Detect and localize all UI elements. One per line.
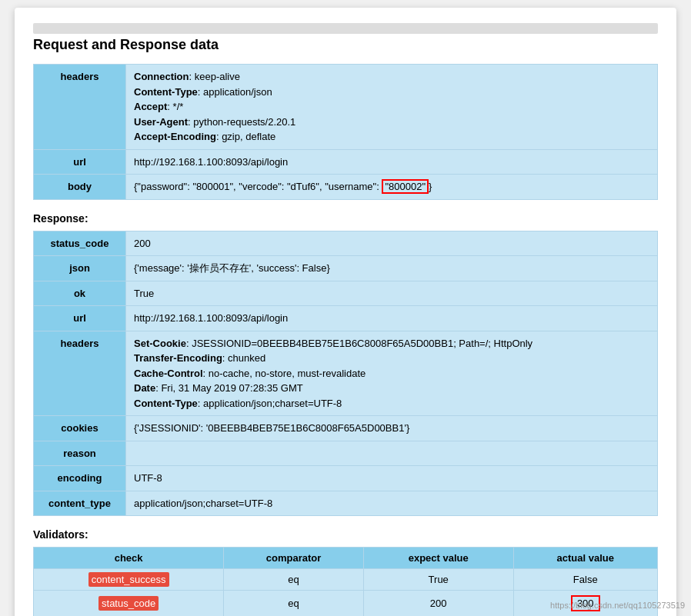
validator-actual-0: False xyxy=(513,569,658,591)
request-table: headers Connection: keep-alive Content-T… xyxy=(33,64,658,200)
cookies-label: cookies xyxy=(34,416,126,441)
col-check: check xyxy=(34,548,224,569)
reason-label: reason xyxy=(34,441,126,466)
set-cookie-key: Set-Cookie xyxy=(134,338,186,349)
validator-comparator-0: eq xyxy=(224,569,364,591)
body-pre: {"password": "800001", "vercode": "dTuf6… xyxy=(134,181,382,192)
response-json-row: json {'message': '操作员不存在', 'success': Fa… xyxy=(34,256,658,281)
body-label: body xyxy=(34,175,126,200)
connection-key: Connection xyxy=(134,71,189,82)
user-agent-key: User-Agent xyxy=(134,116,188,128)
fail-badge-0: content_success xyxy=(88,572,169,587)
content-type-val: application/json xyxy=(203,86,272,98)
validator-check-1: status_code xyxy=(34,591,224,617)
response-url-row: url http://192.168.1.100:8093/api/login xyxy=(34,306,658,331)
content-type-label: content_type xyxy=(34,491,126,516)
date-key: Date xyxy=(134,382,155,394)
set-cookie-val: JSESSIONID=0BEEBB4BEB75E1B6C8008F65A5D00… xyxy=(192,338,532,349)
encoding-value: UTF-8 xyxy=(126,466,658,491)
resp-url-label: url xyxy=(34,306,126,331)
accept-key: Accept xyxy=(134,101,167,112)
modal-title: Request and Response data xyxy=(33,37,658,53)
accept-val: */* xyxy=(173,101,184,112)
url-value: http://192.168.1.100:8093/api/login xyxy=(126,149,658,175)
validator-row-0: content_successeqTrueFalse xyxy=(34,569,658,591)
response-heading: Response: xyxy=(33,212,658,225)
encoding-label: encoding xyxy=(34,466,126,491)
content-type-value: application/json;charset=UTF-8 xyxy=(126,491,658,516)
date-val: Fri, 31 May 2019 07:28:35 GMT xyxy=(161,382,302,394)
body-value: {"password": "800001", "vercode": "dTuf6… xyxy=(126,175,658,200)
cookies-value: {'JSESSIONID': '0BEEBB4BEB75E1B6C8008F65… xyxy=(126,416,658,441)
resp-content-type-key: Content-Type xyxy=(134,398,198,409)
accept-encoding-val: gzip, deflate xyxy=(222,131,275,142)
col-comparator: comparator xyxy=(224,548,364,569)
response-reason-row: reason xyxy=(34,441,658,466)
modal-container: Request and Response data headers Connec… xyxy=(15,8,676,616)
response-table: status_code 200 json {'message': '操作员不存在… xyxy=(33,231,658,517)
resp-headers-value: Set-Cookie: JSESSIONID=0BEEBB4BEB75E1B6C… xyxy=(126,331,658,416)
validator-expect-0: True xyxy=(363,569,513,591)
cache-key: Cache-Control xyxy=(134,368,203,379)
content-type-key: Content-Type xyxy=(134,86,198,98)
validators-header-row: check comparator expect value actual val… xyxy=(34,548,658,569)
validator-comparator-1: eq xyxy=(224,591,364,617)
validator-expect-1: 200 xyxy=(363,591,513,617)
ok-value: True xyxy=(126,281,658,306)
fail-badge-1: status_code xyxy=(98,596,159,611)
url-label: url xyxy=(34,149,126,175)
cache-val: no-cache, no-store, must-revalidate xyxy=(209,368,366,379)
response-content-type-row: content_type application/json;charset=UT… xyxy=(34,491,658,516)
response-ok-row: ok True xyxy=(34,281,658,306)
ok-label: ok xyxy=(34,281,126,306)
request-body-row: body {"password": "800001", "vercode": "… xyxy=(34,175,658,200)
json-value: {'message': '操作员不存在', 'success': False} xyxy=(126,256,658,281)
validators-heading: Validators: xyxy=(33,528,658,541)
resp-headers-label: headers xyxy=(34,331,126,416)
col-expect: expect value xyxy=(363,548,513,569)
connection-val: keep-alive xyxy=(195,71,240,82)
accept-encoding-key: Accept-Encoding xyxy=(134,131,216,142)
user-agent-val: python-requests/2.20.1 xyxy=(193,116,295,128)
status-code-label: status_code xyxy=(34,231,126,256)
top-bar xyxy=(33,23,658,34)
response-cookies-row: cookies {'JSESSIONID': '0BEEBB4BEB75E1B6… xyxy=(34,416,658,441)
body-post: } xyxy=(429,181,432,192)
validator-check-0: content_success xyxy=(34,569,224,591)
request-url-row: url http://192.168.1.100:8093/api/login xyxy=(34,149,658,175)
status-code-value: 200 xyxy=(126,231,658,256)
headers-value: Connection: keep-alive Content-Type: app… xyxy=(126,65,658,150)
col-actual: actual value xyxy=(513,548,658,569)
response-encoding-row: encoding UTF-8 xyxy=(34,466,658,491)
json-label: json xyxy=(34,256,126,281)
transfer-val: chunked xyxy=(228,352,265,364)
resp-url-value: http://192.168.1.100:8093/api/login xyxy=(126,306,658,331)
body-highlight: "800002" xyxy=(382,179,429,194)
response-status-row: status_code 200 xyxy=(34,231,658,256)
request-headers-row: headers Connection: keep-alive Content-T… xyxy=(34,65,658,150)
headers-label: headers xyxy=(34,65,126,150)
watermark: https://blog.csdn.net/qq1105273519 xyxy=(550,601,685,610)
transfer-key: Transfer-Encoding xyxy=(134,352,222,364)
reason-value xyxy=(126,441,658,466)
resp-content-type-val: application/json;charset=UTF-8 xyxy=(203,398,342,409)
response-headers-row: headers Set-Cookie: JSESSIONID=0BEEBB4BE… xyxy=(34,331,658,416)
